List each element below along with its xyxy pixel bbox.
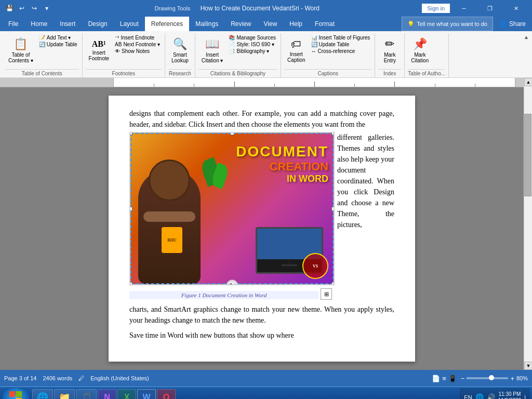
- menu-insert[interactable]: Insert: [54, 17, 82, 31]
- tell-me-input[interactable]: 💡 Tell me what you want to do: [402, 17, 493, 31]
- resize-handle-ml[interactable]: [129, 207, 132, 211]
- auth-group-label: Table of Autho...: [408, 69, 445, 77]
- minimize-button[interactable]: ─: [452, 0, 476, 17]
- rotate-handle[interactable]: ↻: [226, 280, 238, 285]
- document-area: designs that complement each other. For …: [0, 78, 532, 370]
- menu-layout[interactable]: Layout: [114, 17, 145, 31]
- insert-table-figures-button[interactable]: 📊 Insert Table of Figures: [310, 34, 372, 41]
- menu-review[interactable]: Review: [224, 17, 257, 31]
- insert-endnote-button[interactable]: ⁻¹ Insert Endnote: [113, 34, 162, 41]
- network-icon[interactable]: 🌐: [475, 393, 484, 399]
- zoom-minus-button[interactable]: −: [461, 375, 465, 382]
- menu-references[interactable]: References: [145, 17, 189, 31]
- scroll-track[interactable]: [524, 86, 532, 362]
- resize-handle-tm[interactable]: [230, 132, 234, 135]
- insert-citation-button[interactable]: 📖 InsertCitation ▾: [198, 34, 227, 66]
- menu-home[interactable]: Home: [24, 17, 54, 31]
- resize-handle-tl[interactable]: [129, 132, 132, 135]
- collapse-icon[interactable]: ▲: [524, 34, 529, 40]
- ruler-bar: [113, 78, 515, 87]
- menu-format[interactable]: Format: [309, 17, 341, 31]
- footnotes-buttons: AB¹ InsertFootnote ⁻¹ Insert Endnote AB …: [86, 34, 162, 69]
- resize-handle-br[interactable]: [331, 282, 335, 285]
- volume-icon[interactable]: 🔊: [487, 393, 495, 399]
- next-footnote-button[interactable]: AB Next Footnote ▾: [113, 41, 162, 48]
- insert-caption-button[interactable]: 🏷 InsertCaption: [284, 34, 308, 66]
- menu-mailings[interactable]: Mailings: [189, 17, 224, 31]
- table-of-contents-button[interactable]: 📋 Table ofContents ▾: [5, 34, 36, 66]
- clock[interactable]: 11:30 PM 11/9/2020: [498, 391, 522, 400]
- zoom-slider[interactable]: [467, 377, 508, 379]
- taskbar-word[interactable]: W: [137, 389, 156, 400]
- document-image[interactable]: DOCUMENT CREATION IN WORD: [129, 132, 335, 285]
- save-button[interactable]: 💾: [4, 3, 15, 14]
- taskbar-ie[interactable]: 🌐: [32, 389, 53, 400]
- menu-view[interactable]: View: [258, 17, 284, 31]
- print-layout-button[interactable]: 📄: [432, 375, 440, 382]
- research-buttons: 🔍 SmartLookup: [168, 34, 192, 69]
- scroll-down-button[interactable]: ▼: [524, 362, 532, 370]
- taskbar-onenote[interactable]: N: [98, 389, 116, 400]
- document-text-after: charts, and SmartArt graphics change to …: [129, 304, 394, 326]
- menu-design[interactable]: Design: [82, 17, 113, 31]
- scroll-up-button[interactable]: ▲: [524, 78, 532, 86]
- cross-reference-label: Cross-reference: [318, 48, 355, 54]
- manage-src-icon: 📚: [229, 35, 235, 41]
- add-text-button[interactable]: 📝 Add Text ▾: [37, 34, 79, 41]
- taskbar-media[interactable]: 🎵: [76, 389, 97, 400]
- ribbon-collapse[interactable]: ▲: [523, 33, 530, 77]
- person-icon: 👤: [499, 20, 507, 28]
- style-dropdown-button[interactable]: 📄 Style: ISO 690 ▾: [227, 41, 277, 48]
- show-notes-button[interactable]: 👁 Show Notes: [113, 48, 162, 55]
- scroll-thumb[interactable]: [524, 114, 531, 196]
- toc-label: Table ofContents ▾: [8, 52, 33, 63]
- language-icon: 🖊: [78, 375, 84, 381]
- manage-sources-button[interactable]: 📚 Manage Sources: [227, 34, 277, 41]
- menu-help[interactable]: Help: [283, 17, 309, 31]
- index-group-label: Index: [378, 69, 401, 77]
- sign-in-button[interactable]: Sign in: [422, 4, 450, 13]
- resize-handle-mr[interactable]: [331, 207, 335, 211]
- smart-lookup-button[interactable]: 🔍 SmartLookup: [168, 34, 192, 66]
- resize-handle-tr[interactable]: [331, 132, 335, 135]
- start-button[interactable]: [2, 388, 29, 400]
- zoom-level: 80%: [516, 375, 528, 381]
- ribbon-group-table-auth: 📌 MarkCitation Table of Autho...: [405, 33, 449, 77]
- undo-button[interactable]: ↩: [17, 3, 27, 14]
- restore-button[interactable]: ❐: [478, 0, 502, 17]
- figure-container[interactable]: DOCUMENT CREATION IN WORD: [129, 132, 332, 300]
- redo-button[interactable]: ↪: [29, 3, 39, 14]
- cross-reference-button[interactable]: ↔ Cross-reference: [310, 48, 372, 55]
- web-layout-button[interactable]: ≡: [442, 375, 446, 382]
- taskbar-folder[interactable]: 📁: [54, 389, 75, 400]
- menu-file[interactable]: File: [2, 17, 24, 31]
- taskbar-excel[interactable]: X: [117, 389, 136, 400]
- taskbar-opera[interactable]: O: [157, 389, 176, 400]
- captions-group-label: Captions: [284, 69, 371, 77]
- share-button[interactable]: 👤 Share: [495, 17, 530, 31]
- insert-footnote-button[interactable]: AB¹ InsertFootnote: [86, 34, 112, 66]
- ruler-tick: [435, 84, 435, 87]
- figure-caption[interactable]: Figure 1 Document Creation in Word: [129, 291, 318, 299]
- zoom-plus-button[interactable]: +: [510, 375, 514, 382]
- mark-citation-button[interactable]: 📌 MarkCitation: [408, 34, 432, 66]
- document-scroll-area[interactable]: designs that complement each other. For …: [0, 78, 524, 370]
- quick-access-dropdown[interactable]: ▾: [42, 3, 52, 14]
- read-mode-button[interactable]: 📱: [448, 375, 457, 382]
- resize-handle-bl[interactable]: [129, 282, 132, 285]
- ruler-tick: [194, 84, 194, 87]
- update-table-toc-button[interactable]: 🔄 Update Table: [37, 41, 79, 48]
- insert-caption-label: InsertCaption: [287, 51, 305, 63]
- ruler-left-margin: [0, 78, 113, 87]
- mark-entry-button[interactable]: ✏ MarkEntry: [378, 34, 401, 66]
- zoom-thumb: [489, 375, 494, 380]
- drawing-tools-label: Drawing Tools: [154, 5, 190, 11]
- show-desktop-button[interactable]: |: [524, 394, 526, 400]
- biblio-icon: 📑: [229, 48, 235, 54]
- language-indicator[interactable]: EN: [464, 394, 472, 400]
- bibliography-button[interactable]: 📑 Bibliography ▾: [227, 48, 277, 55]
- update-table-cap-button[interactable]: 🔄 Update Table: [310, 41, 372, 48]
- close-button[interactable]: ✕: [504, 0, 528, 17]
- document-page[interactable]: designs that complement each other. For …: [109, 96, 415, 362]
- layout-options-icon[interactable]: ⊞: [321, 288, 332, 300]
